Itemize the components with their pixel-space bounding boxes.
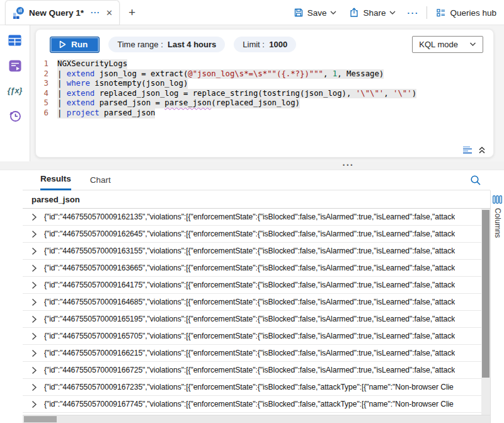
- tab-title: New Query 1*: [29, 8, 84, 18]
- search-results-button[interactable]: [470, 175, 481, 188]
- editor-line[interactable]: 4 | extend replaced_json_log = replace_s…: [36, 89, 493, 99]
- row-json-value: {"id":"4467550570009166215","violations"…: [44, 349, 455, 357]
- table-row[interactable]: {"id":"4467550570009166215","violations"…: [23, 345, 481, 362]
- table-row[interactable]: {"id":"4467550570009167235","violations"…: [23, 379, 481, 396]
- row-expand-chevron-icon[interactable]: [32, 281, 37, 289]
- line-code: NGXSecurityLogs: [57, 59, 127, 69]
- tab-more-icon[interactable]: ···: [91, 8, 100, 17]
- share-button[interactable]: Share: [345, 5, 399, 20]
- query-lines-icon: [462, 146, 474, 154]
- line-code: | extend json_log = extract(@"json_log\s…: [57, 69, 384, 79]
- vertical-scrollbar-thumb[interactable]: [482, 210, 490, 378]
- table-row[interactable]: {"id":"4467550570009162645","violations"…: [23, 226, 481, 243]
- row-json-value: {"id":"4467550570009162645","violations"…: [44, 229, 455, 238]
- time-range-value: Last 4 hours: [168, 40, 216, 49]
- run-button[interactable]: Run: [50, 37, 100, 53]
- horizontal-scrollbar[interactable]: [23, 415, 490, 423]
- table-row[interactable]: {"id":"4467550570009165195","violations"…: [23, 311, 481, 328]
- queries-hub-icon: [436, 8, 446, 18]
- collapse-editor-button[interactable]: [462, 146, 486, 154]
- row-expand-chevron-icon[interactable]: [32, 264, 37, 272]
- row-json-value: {"id":"4467550570009167235","violations"…: [44, 383, 454, 391]
- row-expand-chevron-icon[interactable]: [32, 332, 37, 340]
- editor-card: Run Time range : Last 4 hours Limit : 10…: [35, 29, 494, 158]
- row-json-value: {"id":"4467550570009166725","violations"…: [44, 366, 455, 374]
- kql-mode-value: KQL mode: [419, 40, 458, 49]
- editor-line[interactable]: 6 | project parsed_json: [36, 108, 493, 119]
- row-expand-chevron-icon[interactable]: [32, 230, 37, 238]
- table-row[interactable]: {"id":"4467550570009163665","violations"…: [23, 260, 481, 277]
- line-number: 6: [36, 108, 57, 119]
- line-code: | where isnotempty(json_log): [57, 79, 188, 89]
- tab-results[interactable]: Results: [40, 174, 71, 190]
- save-label: Save: [307, 8, 327, 18]
- top-actions: Save Share ··· Queries hub: [290, 0, 500, 25]
- row-expand-chevron-icon[interactable]: [32, 213, 37, 221]
- row-expand-chevron-icon[interactable]: [32, 315, 37, 323]
- tables-icon[interactable]: [8, 33, 23, 48]
- results-pane: Results Chart parsed_json {"id":"4467550…: [0, 170, 504, 423]
- search-icon: [470, 175, 481, 186]
- top-tab-bar: New Query 1* ··· ✕ + Save Share ···: [0, 0, 504, 25]
- share-icon: [349, 8, 359, 18]
- line-number: 2: [36, 69, 57, 79]
- tab-chart[interactable]: Chart: [90, 175, 111, 190]
- query-tab[interactable]: New Query 1* ··· ✕: [5, 0, 120, 25]
- table-row[interactable]: {"id":"4467550570009166725","violations"…: [23, 362, 481, 379]
- adx-query-icon: [12, 6, 25, 19]
- row-expand-chevron-icon[interactable]: [32, 349, 37, 357]
- column-header-parsed-json[interactable]: parsed_json: [23, 190, 490, 209]
- row-expand-chevron-icon[interactable]: [32, 366, 37, 374]
- queries-hub-button[interactable]: Queries hub: [432, 5, 500, 20]
- columns-icon: [493, 195, 502, 204]
- share-label: Share: [363, 8, 386, 18]
- table-row[interactable]: {"id":"4467550570009163155","violations"…: [23, 243, 481, 260]
- tab-close-icon[interactable]: ✕: [106, 8, 113, 18]
- kql-editor[interactable]: 1 NGXSecurityLogs 2 | extend json_log = …: [36, 58, 493, 119]
- editor-line[interactable]: 2 | extend json_log = extract(@"json_log…: [36, 69, 493, 79]
- vertical-scrollbar[interactable]: [481, 209, 490, 415]
- editor-panel: Run Time range : Last 4 hours Limit : 10…: [30, 25, 504, 161]
- left-rail: {ƒx}: [0, 25, 30, 161]
- line-number: 3: [36, 79, 57, 89]
- row-expand-chevron-icon[interactable]: [32, 383, 37, 391]
- query-toolbar: Run Time range : Last 4 hours Limit : 10…: [36, 30, 493, 58]
- columns-panel-toggle[interactable]: Columns: [490, 190, 504, 423]
- run-play-icon: [59, 40, 66, 49]
- results-rows: {"id":"4467550570009162135","violations"…: [23, 209, 481, 415]
- row-json-value: {"id":"4467550570009163155","violations"…: [44, 246, 455, 255]
- limit-pill[interactable]: Limit : 1000: [234, 37, 296, 52]
- row-json-value: {"id":"4467550570009167745","violations"…: [44, 400, 454, 409]
- more-commands-icon[interactable]: ···: [404, 8, 421, 18]
- pane-splitter[interactable]: •••: [0, 161, 504, 170]
- row-json-value: {"id":"4467550570009164685","violations"…: [44, 298, 455, 306]
- editor-line[interactable]: 3 | where isnotempty(json_log): [36, 79, 493, 89]
- table-row[interactable]: {"id":"4467550570009167745","violations"…: [23, 396, 481, 413]
- table-row[interactable]: {"id":"4467550570009164685","violations"…: [23, 294, 481, 311]
- save-button[interactable]: Save: [290, 5, 341, 20]
- editor-line[interactable]: 1 NGXSecurityLogs: [36, 59, 493, 69]
- table-row[interactable]: {"id":"4467550570009162135","violations"…: [23, 209, 481, 226]
- row-expand-chevron-icon[interactable]: [32, 247, 37, 255]
- kql-mode-select[interactable]: KQL mode: [412, 36, 483, 53]
- row-expand-chevron-icon[interactable]: [32, 400, 37, 409]
- table-row[interactable]: {"id":"4467550570009164175","violations"…: [23, 277, 481, 294]
- time-range-pill[interactable]: Time range : Last 4 hours: [108, 37, 225, 52]
- query-history-icon[interactable]: [8, 108, 23, 124]
- line-code: | extend parsed_json = parse_json(replac…: [57, 98, 300, 108]
- horizontal-scrollbar-thumb[interactable]: [24, 416, 57, 422]
- results-tabs: Results Chart: [23, 170, 490, 190]
- query-area: {ƒx} Run Time range : Last 4 hou: [0, 25, 504, 161]
- editor-lines: 1 NGXSecurityLogs 2 | extend json_log = …: [36, 59, 493, 119]
- saved-queries-icon[interactable]: [8, 58, 23, 73]
- functions-icon[interactable]: {ƒx}: [8, 83, 23, 98]
- row-expand-chevron-icon[interactable]: [32, 298, 37, 306]
- new-tab-button[interactable]: +: [120, 0, 144, 25]
- row-json-value: {"id":"4467550570009165705","violations"…: [44, 332, 455, 340]
- splitter-grip-icon[interactable]: •••: [343, 162, 354, 168]
- table-row[interactable]: {"id":"4467550570009165705","violations"…: [23, 328, 481, 345]
- line-code: | extend replaced_json_log = replace_str…: [57, 89, 416, 99]
- divider: [427, 6, 427, 19]
- row-json-value: {"id":"4467550570009163665","violations"…: [44, 264, 455, 272]
- editor-line[interactable]: 5 | extend parsed_json = parse_json(repl…: [36, 98, 493, 108]
